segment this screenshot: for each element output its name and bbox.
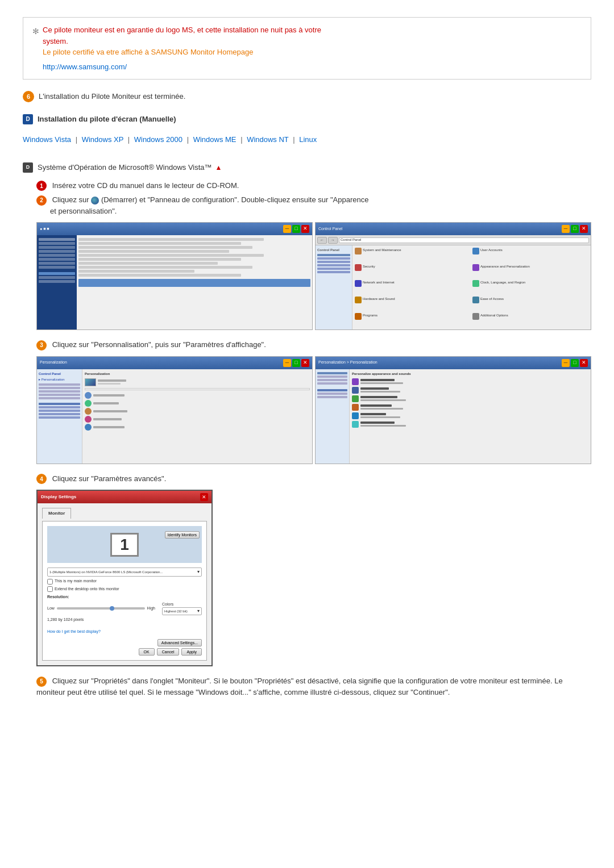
ds-main-monitor-label: This is my main monitor <box>55 578 97 585</box>
cp-additional-text: Additional Options <box>480 313 508 318</box>
pers-r-item2 <box>352 387 588 394</box>
nav-xp[interactable]: Windows XP <box>82 135 123 144</box>
cp-close-btn[interactable]: ✕ <box>580 225 588 233</box>
pr-t5b <box>360 416 400 418</box>
sr-taskbar <box>78 279 310 287</box>
close-btn[interactable]: ✕ <box>301 225 309 233</box>
ds-colors-dropdown[interactable]: Highest (32 bit) ▾ <box>162 607 202 615</box>
ds-resolution-value: 1,280 by 1024 pixels <box>47 617 202 623</box>
nav-me[interactable]: Windows ME <box>193 135 237 144</box>
pr-text6 <box>360 422 406 427</box>
ds-close-btn[interactable]: ✕ <box>200 493 208 501</box>
sound-icon <box>85 400 92 407</box>
pers-task-item <box>39 406 80 408</box>
ds-identify-btn[interactable]: Identify Monitors <box>165 531 200 539</box>
pr-icon3 <box>352 395 359 402</box>
cp-toolbar: ← → Control Panel <box>316 235 591 245</box>
pnr-item <box>317 372 347 374</box>
nav-vista[interactable]: Windows Vista <box>23 135 71 144</box>
ds-res-slider[interactable] <box>57 607 145 610</box>
cp-max-btn[interactable]: □ <box>571 225 579 233</box>
sr-item <box>78 246 252 249</box>
cp-forward-btn[interactable]: → <box>328 237 338 244</box>
ds-dialog-btns: OK Cancel Apply <box>47 648 202 656</box>
sl-item <box>39 250 75 253</box>
ds-colors-value: Highest (32 bit) <box>164 609 188 614</box>
nav-links: Windows Vista | Windows XP | Windows 200… <box>23 134 591 145</box>
pr-t5a <box>360 413 386 415</box>
nav-2000[interactable]: Windows 2000 <box>134 135 182 144</box>
step2-num: 2 <box>36 195 47 206</box>
pr-t6b <box>360 425 406 427</box>
nav-nt[interactable]: Windows NT <box>247 135 288 144</box>
pers-max-btn-r[interactable]: □ <box>571 359 579 367</box>
startmenu-title-text: ● ■ ■ <box>40 226 49 232</box>
pr-icon2 <box>352 387 359 394</box>
min-btn[interactable]: ─ <box>283 225 291 233</box>
sr-item <box>78 242 241 245</box>
max-btn[interactable]: □ <box>292 225 300 233</box>
startmenu-titlebar: ● ■ ■ ─ □ ✕ <box>37 223 312 235</box>
ds-monitor-tab[interactable]: Monitor <box>42 508 71 519</box>
pers-min-btn-l[interactable]: ─ <box>283 359 291 367</box>
ds-apply-btn[interactable]: Apply <box>181 648 202 656</box>
cp-nav-item <box>317 268 350 270</box>
pers-content-r: Personalize appearance and sounds <box>350 369 591 464</box>
arrow-icon: ▲ <box>215 162 222 173</box>
pr-text4 <box>360 404 403 410</box>
ds-monitor-dropdown[interactable]: 1-(Multiple Monitors) on NVIDIA GeForce … <box>47 567 202 577</box>
pers-item-color <box>85 392 310 399</box>
pers-close-btn-l[interactable]: ✕ <box>301 359 309 367</box>
pers-max-btn-l[interactable]: □ <box>292 359 300 367</box>
ds-cancel-btn[interactable]: Cancel <box>157 648 180 656</box>
ds-extend-cb[interactable] <box>47 586 53 592</box>
sr-item <box>78 274 241 277</box>
cp-nav-item <box>317 257 350 260</box>
cp-min-btn[interactable]: ─ <box>562 225 570 233</box>
pers-item-screen <box>85 408 310 415</box>
ds-advanced-btn[interactable]: Advanced Settings... <box>157 639 202 646</box>
sl-item <box>39 258 75 261</box>
ds-dropdown-arrow: ▾ <box>197 569 200 575</box>
cp-nav-item <box>317 261 350 263</box>
warning-line1: Ce pilote moniteur est en garantie du lo… <box>43 24 321 36</box>
samsung-link[interactable]: http://www.samsung.com/ <box>43 62 127 71</box>
cp-network: Network and Internet <box>355 280 471 295</box>
color-text <box>93 394 125 397</box>
ds-how-link[interactable]: How do I get the best display? <box>47 629 101 633</box>
cp-appearance-icon <box>472 264 479 271</box>
cursor-icon <box>85 416 92 423</box>
sl-item <box>39 280 75 283</box>
sr-item <box>78 238 264 241</box>
pr-t3a <box>360 396 397 398</box>
ds-ok-btn[interactable]: OK <box>139 648 155 656</box>
os-section: D Système d'Opération de Microsoft® Wind… <box>23 162 591 173</box>
pers-nav-item <box>39 394 80 396</box>
ds-main-monitor-cb[interactable] <box>47 579 53 585</box>
sound-text <box>93 402 119 404</box>
nav-linux[interactable]: Linux <box>299 135 317 144</box>
install-done-text: L'installation du Pilote Moniteur est te… <box>39 91 185 102</box>
pers-task-item <box>39 403 80 405</box>
pr-text3 <box>360 396 406 401</box>
os-bullet: D <box>23 162 33 173</box>
ds-colors-arrow: ▾ <box>197 608 200 615</box>
cp-security-text: Security <box>363 264 375 269</box>
screenshot-pers-right: Personalization > Personalization ─ □ ✕ … <box>315 356 591 464</box>
pr-icon1 <box>352 378 359 385</box>
install-done-icon: 6 <box>23 91 34 102</box>
ds-controls: ✕ <box>200 493 208 501</box>
ds-monitor-label: 1-(Multiple Monitors) on NVIDIA GeForce … <box>49 570 163 575</box>
pers-task-item <box>39 413 80 415</box>
display-text <box>93 426 125 428</box>
pers-min-btn-r[interactable]: ─ <box>562 359 570 367</box>
pers-close-btn-r[interactable]: ✕ <box>580 359 588 367</box>
cp-address-bar[interactable]: Control Panel <box>339 237 589 243</box>
cp-nav-item <box>317 264 350 266</box>
cp-appearance-text: Appearance and Personalization <box>480 264 530 269</box>
pers-body-r: Personalize appearance and sounds <box>316 369 591 464</box>
pers-nav-item <box>39 387 80 389</box>
screenshot-startmenu: ● ■ ■ ─ □ ✕ <box>36 222 313 330</box>
warning-line1b: system. <box>43 36 321 47</box>
cp-back-btn[interactable]: ← <box>317 237 327 244</box>
